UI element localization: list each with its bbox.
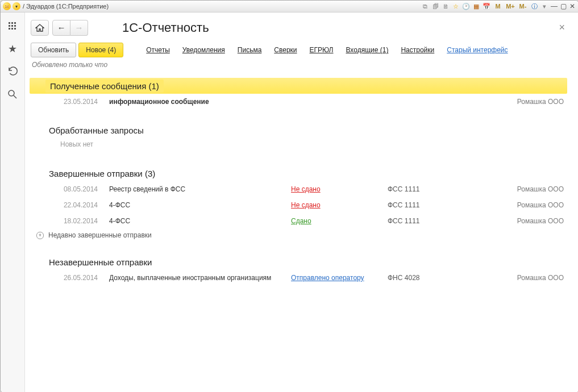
search-icon[interactable] bbox=[7, 89, 18, 100]
history-icon[interactable]: 🕑 bbox=[461, 2, 471, 11]
memory-mplus-button[interactable]: M+ bbox=[505, 2, 516, 11]
row-date: 08.05.2014 bbox=[30, 185, 109, 193]
section-received-title: Полученные сообщения (1) bbox=[45, 80, 164, 93]
row-code: ФСС 1111 bbox=[388, 185, 467, 193]
info-icon[interactable]: ⓘ bbox=[530, 2, 539, 11]
body: ★ ← → 1С-Отчетность × Об bbox=[1, 12, 578, 392]
calculator-icon[interactable]: ▦ bbox=[472, 2, 481, 11]
row-company: Ромашка ООО bbox=[517, 185, 567, 193]
memory-mminus-button[interactable]: M- bbox=[517, 2, 529, 11]
row-status: Сдано bbox=[291, 217, 388, 225]
row-company: Ромашка ООО bbox=[517, 274, 567, 282]
maximize-icon[interactable]: ▢ bbox=[559, 2, 567, 11]
nav-group: ← → bbox=[52, 20, 88, 36]
tab-incoming[interactable]: Входящие (1) bbox=[346, 46, 389, 54]
row-desc: 4-ФСС bbox=[109, 201, 291, 209]
row-company: Ромашка ООО bbox=[517, 98, 567, 106]
expand-recent-completed[interactable]: + Недавно завершенные отправки bbox=[30, 229, 567, 241]
row-code: ФСС 1111 bbox=[388, 201, 467, 209]
calendar-icon[interactable]: 📅 bbox=[482, 2, 491, 11]
svg-rect-0 bbox=[9, 22, 10, 24]
close-window-icon[interactable]: ✕ bbox=[568, 2, 576, 11]
row-code: ФСС 1111 bbox=[388, 217, 467, 225]
star-icon[interactable]: ★ bbox=[7, 43, 18, 55]
page-header: ← → 1С-Отчетность × bbox=[25, 12, 578, 39]
list-row[interactable]: 22.04.2014 4-ФСС Не сдано ФСС 1111 Ромаш… bbox=[30, 197, 567, 213]
row-company: Ромашка ООО bbox=[517, 201, 567, 209]
status-link[interactable]: Не сдано bbox=[291, 201, 321, 209]
memory-m-button[interactable]: M bbox=[492, 2, 504, 11]
section-received-header: Полученные сообщения (1) bbox=[30, 78, 567, 94]
tab-notifications[interactable]: Уведомления bbox=[182, 46, 225, 54]
section-completed-header: Завершенные отправки (3) bbox=[30, 165, 567, 181]
titlebar: 1c ▾ / Эдуардов (1С:Предприятие) ⧉ 🗐 🗎 ☆… bbox=[1, 1, 578, 12]
list-row[interactable]: 23.05.2014 информационное сообщение Рома… bbox=[30, 94, 567, 110]
row-date: 22.04.2014 bbox=[30, 201, 109, 209]
status-link[interactable]: Отправлено оператору bbox=[291, 274, 364, 282]
list-row[interactable]: 18.02.2014 4-ФСС Сдано ФСС 1111 Ромашка … bbox=[30, 213, 567, 229]
svg-rect-2 bbox=[14, 22, 16, 24]
doc-icon[interactable]: 🗎 bbox=[441, 2, 450, 11]
tab-old-interface[interactable]: Старый интерфейс bbox=[447, 46, 508, 54]
titlebar-icons: ⧉ 🗐 🗎 ☆ 🕑 ▦ 📅 M M+ M- ⓘ ▾ — ▢ ✕ bbox=[421, 2, 576, 11]
window-title: / Эдуардов (1С:Предприятие) bbox=[23, 3, 109, 10]
page-icon[interactable]: 🗐 bbox=[431, 2, 440, 11]
expand-label: Недавно завершенные отправки bbox=[48, 231, 152, 239]
section-processed-title: Обработанные запросы bbox=[30, 126, 144, 135]
back-button[interactable]: ← bbox=[52, 20, 70, 36]
tab-letters[interactable]: Письма bbox=[238, 46, 262, 54]
processed-empty-text: Новых нет bbox=[30, 138, 567, 153]
svg-rect-8 bbox=[14, 28, 16, 30]
status-link[interactable]: Сдано bbox=[291, 217, 311, 225]
section-processed-header: Обработанные запросы bbox=[30, 122, 567, 138]
svg-rect-3 bbox=[9, 25, 10, 27]
row-desc: Доходы, выплаченные иностранным организа… bbox=[109, 274, 291, 282]
apps-icon[interactable] bbox=[7, 20, 18, 32]
row-status: Не сдано bbox=[291, 201, 388, 209]
tab-egrul[interactable]: ЕГРЮЛ bbox=[310, 46, 334, 54]
svg-rect-1 bbox=[11, 22, 13, 24]
row-status: Не сдано bbox=[291, 185, 388, 193]
home-button[interactable] bbox=[31, 20, 49, 36]
row-desc: информационное сообщение bbox=[109, 98, 291, 106]
row-code: ФНС 4028 bbox=[388, 274, 467, 282]
info-dropdown-icon[interactable]: ▾ bbox=[540, 2, 549, 11]
print-preview-icon[interactable]: ⧉ bbox=[421, 2, 430, 11]
svg-rect-5 bbox=[14, 25, 16, 27]
tab-reconciliations[interactable]: Сверки bbox=[274, 46, 297, 54]
minimize-icon[interactable]: — bbox=[550, 2, 558, 11]
sidebar: ★ bbox=[1, 12, 25, 392]
history-side-icon[interactable] bbox=[7, 66, 18, 77]
page-title: 1С-Отчетность bbox=[122, 20, 209, 35]
new-filter-button[interactable]: Новое (4) bbox=[78, 43, 123, 57]
section-pending-header: Незавершенные отправки bbox=[30, 254, 567, 270]
list-row[interactable]: 26.05.2014 Доходы, выплаченные иностранн… bbox=[30, 270, 567, 286]
section-pending-title: Незавершенные отправки bbox=[30, 257, 152, 267]
close-page-icon[interactable]: × bbox=[556, 19, 567, 36]
svg-rect-6 bbox=[9, 28, 10, 30]
svg-rect-7 bbox=[11, 28, 13, 30]
plus-icon: + bbox=[36, 232, 44, 239]
row-date: 26.05.2014 bbox=[30, 274, 109, 282]
row-desc: Реестр сведений в ФСС bbox=[109, 185, 291, 193]
refresh-button[interactable]: Обновить bbox=[31, 43, 76, 57]
app-logo-icon: 1c bbox=[3, 2, 11, 10]
row-status: Отправлено оператору bbox=[291, 274, 388, 282]
list-row[interactable]: 08.05.2014 Реестр сведений в ФСС Не сдан… bbox=[30, 181, 567, 197]
row-desc: 4-ФСС bbox=[109, 217, 291, 225]
tabs-row: Обновить Новое (4) Отчеты Уведомления Пи… bbox=[25, 39, 578, 57]
app-window: 1c ▾ / Эдуардов (1С:Предприятие) ⧉ 🗐 🗎 ☆… bbox=[0, 0, 578, 392]
section-completed-title: Завершенные отправки (3) bbox=[30, 169, 155, 178]
content: ← → 1С-Отчетность × Обновить Новое (4) О… bbox=[25, 12, 578, 392]
svg-line-10 bbox=[14, 95, 16, 98]
svg-rect-4 bbox=[11, 25, 13, 27]
tab-settings[interactable]: Настройки bbox=[401, 46, 434, 54]
svg-point-9 bbox=[9, 90, 14, 96]
row-company: Ромашка ООО bbox=[517, 217, 567, 225]
favorite-icon[interactable]: ☆ bbox=[451, 2, 460, 11]
app-menu-dropdown[interactable]: ▾ bbox=[13, 2, 20, 10]
tab-reports[interactable]: Отчеты bbox=[146, 46, 169, 54]
status-line: Обновлено только что bbox=[25, 57, 578, 74]
status-link[interactable]: Не сдано bbox=[291, 185, 321, 193]
main-scroll[interactable]: Полученные сообщения (1) 23.05.2014 инфо… bbox=[25, 74, 578, 392]
